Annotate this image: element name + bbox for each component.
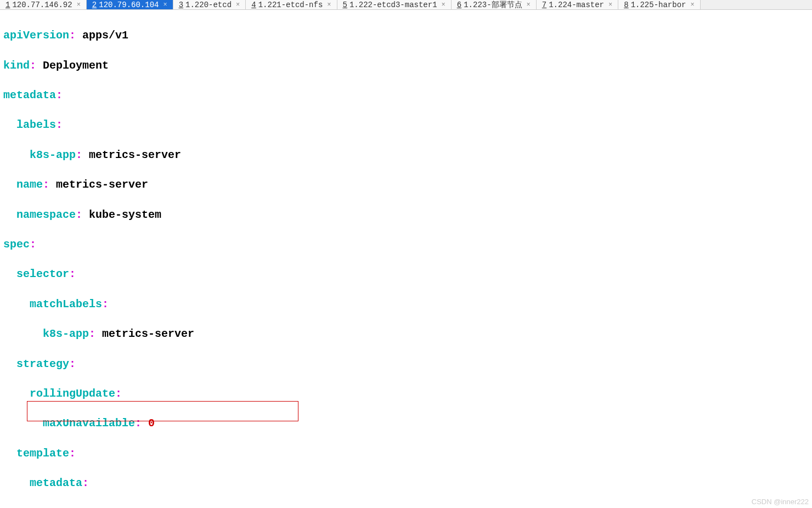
watermark: CSDN @inner222 (752, 498, 809, 506)
code-line: k8s-app: metrics-server (3, 148, 809, 162)
close-icon[interactable]: × (608, 1, 612, 9)
close-icon[interactable]: × (163, 1, 167, 9)
tab-1[interactable]: 1120.77.146.92× (0, 0, 87, 9)
close-icon[interactable]: × (236, 1, 240, 9)
code-line: rollingUpdate: (3, 386, 809, 401)
tab-8[interactable]: 81.225-harbor× (618, 0, 700, 9)
code-line: labels: (3, 117, 809, 132)
code-line: labels: (3, 506, 809, 508)
tab-4[interactable]: 41.221-etcd-nfs× (246, 0, 337, 9)
tab-bar: 1120.77.146.92× 2120.79.60.104× 31.220-e… (0, 0, 812, 10)
code-line: matchLabels: (3, 297, 809, 312)
tab-3[interactable]: 31.220-etcd× (173, 0, 246, 9)
tab-7[interactable]: 71.224-master× (537, 0, 618, 9)
close-icon[interactable]: × (77, 1, 81, 9)
code-line: metadata: (3, 476, 809, 490)
code-line: metadata: (3, 88, 809, 103)
code-line: namespace: kube-system (3, 207, 809, 222)
close-icon[interactable]: × (442, 1, 446, 9)
code-line: selector: (3, 267, 809, 281)
tab-2[interactable]: 2120.79.60.104× (87, 0, 173, 9)
close-icon[interactable]: × (690, 1, 694, 9)
code-line: spec: (3, 237, 809, 252)
code-line: strategy: (3, 357, 809, 371)
code-line: template: (3, 446, 809, 461)
code-line: name: metrics-server (3, 177, 809, 192)
yaml-editor[interactable]: apiVersion: apps/v1 kind: Deployment met… (0, 10, 812, 508)
tab-6[interactable]: 61.223-部署节点× (452, 0, 537, 9)
close-icon[interactable]: × (527, 1, 531, 9)
code-line: apiVersion: apps/v1 (3, 28, 809, 43)
code-line: kind: Deployment (3, 58, 809, 73)
tab-5[interactable]: 51.222-etcd3-master1× (337, 0, 452, 9)
code-line: k8s-app: metrics-server (3, 326, 809, 341)
close-icon[interactable]: × (327, 1, 331, 9)
code-line: maxUnavailable: 0 (3, 416, 809, 431)
